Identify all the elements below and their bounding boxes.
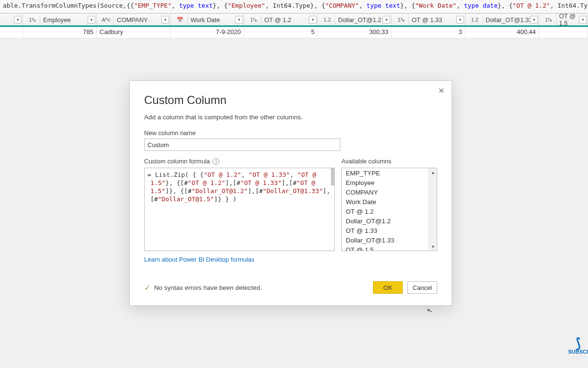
new-column-name-label: New column name (144, 129, 437, 137)
available-column-item[interactable]: Work Date (342, 197, 437, 207)
available-column-item[interactable]: Dollar_OT@1.33 (342, 235, 437, 245)
custom-column-dialog: ✕ Custom Column Add a column that is com… (129, 80, 452, 306)
available-column-item[interactable]: OT @ 1.33 (342, 226, 437, 235)
available-column-item[interactable]: OT @ 1.5 (342, 245, 437, 251)
ok-button[interactable]: OK (373, 281, 403, 294)
available-columns-label: Available columns (341, 158, 437, 165)
dialog-subtitle: Add a column that is computed from the o… (144, 114, 437, 121)
info-icon[interactable]: i (213, 158, 219, 165)
cancel-button[interactable]: Cancel (407, 281, 437, 294)
formula-label: Custom column formula i (144, 158, 335, 165)
available-column-item[interactable]: Dollar_OT@1.2 (342, 216, 437, 226)
subscribe-watermark: ⟆ SUBSCI (568, 338, 588, 355)
available-column-item[interactable]: COMPANY (342, 187, 437, 197)
status-text: No syntax errors have been detected. (154, 284, 373, 291)
scroll-up-icon[interactable]: ▴ (429, 168, 437, 176)
formula-input[interactable]: = List.Zip( { {"OT @ 1.2", "OT @ 1.33", … (144, 168, 335, 251)
available-column-item[interactable]: EMP_TYPE (342, 168, 437, 178)
formula-label-text: Custom column formula (144, 158, 210, 165)
dna-icon: ⟆ (568, 338, 588, 349)
available-columns-list[interactable]: EMP_TYPEEmployeeCOMPANYWork DateOT @ 1.2… (341, 168, 437, 251)
scrollbar-thumb[interactable] (331, 168, 334, 185)
check-icon: ✓ (144, 283, 150, 292)
available-column-item[interactable]: Employee (342, 178, 437, 187)
available-column-item[interactable]: OT @ 1.2 (342, 207, 437, 216)
close-icon[interactable]: ✕ (435, 85, 447, 96)
learn-link[interactable]: Learn about Power BI Desktop formulas (144, 256, 255, 263)
scroll-down-icon[interactable]: ▾ (429, 242, 437, 251)
list-scrollbar[interactable]: ▴ ▾ (429, 168, 437, 251)
dialog-title: Custom Column (144, 93, 437, 107)
modal-overlay: ✕ Custom Column Add a column that is com… (0, 0, 588, 368)
subscribe-text: SUBSCI (568, 349, 588, 355)
new-column-name-input[interactable] (144, 138, 340, 151)
